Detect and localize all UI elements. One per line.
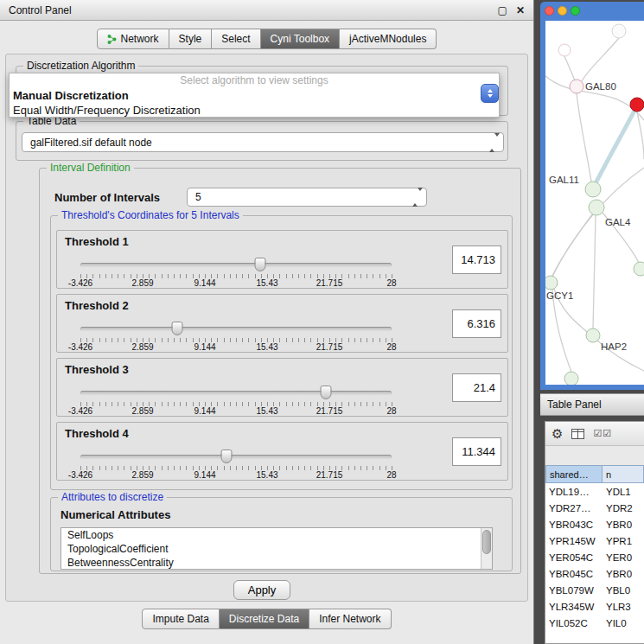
float-window-icon[interactable]: ▢ [498, 4, 507, 16]
list-scrollbar[interactable] [481, 528, 492, 569]
list-item[interactable]: BetweennessCentrality [61, 556, 492, 570]
threshold-1-slider[interactable] [80, 257, 392, 272]
minimize-traffic-light[interactable] [558, 6, 567, 16]
scale-label: 21.715 [316, 278, 343, 288]
algorithm-popup-menu: Select algorithm to view settings Manual… [9, 73, 500, 118]
threshold-3-slider[interactable] [80, 385, 392, 400]
table-row[interactable]: YBL079W YBL0 [545, 582, 644, 598]
threshold-3-slider-track[interactable] [80, 391, 392, 395]
cell-name: YPR1 [603, 536, 644, 546]
column-header-name[interactable]: n [603, 465, 644, 483]
number-of-intervals-combobox[interactable]: 5 [187, 188, 427, 207]
table-row[interactable]: YIL052C YIL0 [545, 615, 644, 631]
select-rows-icons[interactable]: ☑☑ [593, 428, 612, 439]
highlighted-edge [596, 107, 636, 183]
threshold-4-slider-track[interactable] [80, 455, 392, 459]
tab-infer-network[interactable]: Infer Network [309, 609, 391, 629]
threshold-2-slider-thumb[interactable] [171, 322, 182, 335]
threshold-4-slider[interactable] [80, 449, 392, 464]
scale-label: 21.715 [316, 406, 343, 416]
cell-shared-name: YBL079W [545, 585, 603, 596]
network-node-gal11[interactable] [585, 182, 601, 197]
cell-name: YLR3 [603, 602, 644, 612]
table-row[interactable]: YPR145W YPR1 [545, 532, 644, 549]
threshold-2-slider-track[interactable] [80, 327, 392, 331]
list-item[interactable]: TopologicalCoefficient [61, 542, 492, 556]
tab-cyni-toolbox[interactable]: Cyni Toolbox [261, 29, 340, 49]
threshold-1-slider-track[interactable] [80, 263, 392, 267]
scale-label: 15.43 [256, 406, 277, 416]
tab-select[interactable]: Select [212, 29, 260, 49]
threshold-3-value-field[interactable]: 21.4 [452, 373, 501, 402]
scale-label: -3.426 [68, 278, 92, 288]
table-row[interactable]: YDL19… YDL1 [545, 483, 644, 500]
list-scrollbar-thumb[interactable] [482, 530, 491, 554]
network-node-hap2[interactable] [586, 328, 600, 342]
close-traffic-light[interactable] [545, 6, 554, 16]
tab-network[interactable]: Network [97, 29, 169, 49]
table-data-combobox-value: galFiltered.sif default node [30, 137, 489, 149]
table-data-combobox[interactable]: galFiltered.sif default node [22, 132, 504, 152]
tab-discretize-data[interactable]: Discretize Data [220, 609, 309, 629]
tab-jactivemnodules[interactable]: jActiveMNodules [340, 29, 437, 49]
threshold-4-value-field[interactable]: 11.344 [452, 437, 501, 466]
threshold-4-label: Threshold 4 [65, 427, 129, 440]
network-node-gcy1[interactable] [545, 276, 558, 290]
network-node-gal80[interactable] [570, 80, 583, 93]
zoom-traffic-light[interactable] [571, 6, 580, 16]
popup-item-equal-width-frequency[interactable]: Equal Width/Frequency Discretization [10, 103, 499, 118]
cell-name: YBR0 [603, 569, 644, 579]
algorithm-combo-button[interactable] [481, 84, 499, 103]
table-toolbar: ⚙ ☑☑ [545, 422, 644, 446]
combo-arrows-icon [489, 137, 500, 149]
combo-arrows-icon [412, 191, 423, 203]
network-node-gal4[interactable] [589, 200, 604, 215]
threshold-4-box: Threshold 4 -3.426 2.859 9.144 15.43 21.… [56, 422, 508, 481]
cell-shared-name: YDR27… [545, 503, 603, 513]
cell-shared-name: YER054C [545, 552, 603, 563]
scale-label: 9.144 [194, 278, 215, 288]
numerical-attributes-list[interactable]: SelfLoops TopologicalCoefficient Between… [61, 527, 493, 570]
scale-label: 21.715 [316, 470, 343, 480]
table-row[interactable]: YER054C YER0 [545, 549, 644, 565]
table-row[interactable]: YDR27… YDR2 [545, 500, 644, 516]
close-icon[interactable]: ✕ [516, 4, 525, 16]
network-node[interactable] [612, 24, 626, 38]
network-icon [107, 35, 117, 44]
gear-icon[interactable]: ⚙ [552, 427, 563, 440]
apply-button[interactable]: Apply [233, 580, 290, 600]
threshold-3-slider-thumb[interactable] [321, 386, 332, 399]
table-row[interactable]: YLR345W YLR3 [545, 598, 644, 615]
cell-shared-name: YDL19… [545, 487, 603, 497]
threshold-2-slider[interactable] [80, 321, 392, 336]
tab-style[interactable]: Style [169, 29, 213, 49]
cell-name: YBL0 [603, 585, 644, 596]
network-canvas[interactable]: GAL80 GAL11 GAL4 GCY1 HAP2 [545, 21, 644, 385]
node-label-gal80: GAL80 [585, 81, 616, 92]
network-node[interactable] [564, 372, 578, 385]
threshold-1-value-field[interactable]: 14.713 [452, 245, 501, 274]
threshold-1-slider-thumb[interactable] [254, 258, 265, 271]
table-row[interactable]: YBR045C YBR0 [545, 565, 644, 582]
threshold-4-slider-thumb[interactable] [221, 450, 233, 463]
table-panel-title: Table Panel [547, 399, 602, 411]
network-node-selected-red[interactable] [630, 98, 644, 112]
threshold-2-value-field[interactable]: 6.316 [452, 309, 501, 338]
columns-icon[interactable] [571, 429, 584, 439]
discretization-algorithm-group-title: Discretization Algorithm [23, 60, 138, 72]
tab-network-label: Network [121, 33, 159, 45]
tab-impute-data[interactable]: Impute Data [142, 609, 219, 629]
node-label-hap2: HAP2 [601, 341, 627, 352]
attributes-to-discretize-group: Attributes to discretize Numerical Attri… [50, 497, 513, 571]
bottom-tabbar: Impute Data Discretize Data Infer Networ… [0, 609, 533, 629]
popup-item-manual-discretization[interactable]: Manual Discretization [10, 88, 499, 103]
network-node[interactable] [634, 262, 644, 276]
column-header-shared[interactable]: shared… [545, 465, 603, 483]
threshold-1-scale: -3.426 2.859 9.144 15.43 21.715 28 [80, 278, 392, 289]
attributes-to-discretize-group-title: Attributes to discretize [58, 491, 167, 503]
table-panel-header: Table Panel [540, 393, 644, 416]
list-item[interactable]: SelfLoops [61, 528, 492, 542]
threshold-2-label: Threshold 2 [65, 299, 129, 312]
table-row[interactable]: YBR043C YBR0 [545, 516, 644, 532]
network-node[interactable] [558, 44, 571, 56]
